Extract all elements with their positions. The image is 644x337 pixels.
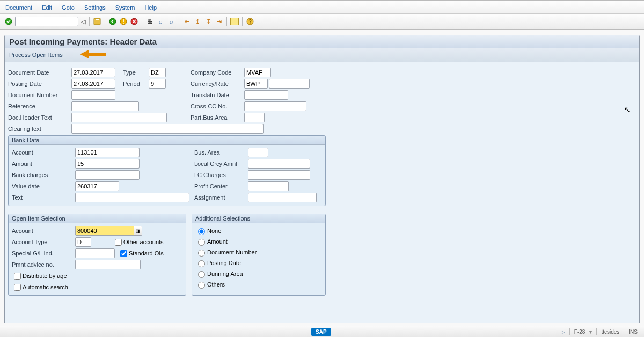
find-icon[interactable]: ⌕	[156, 17, 165, 26]
tcode-text: F-28	[574, 329, 586, 335]
enter-icon[interactable]	[4, 17, 13, 26]
additional-selections-title: Additional Selections	[192, 214, 325, 223]
menu-edit[interactable]: Edit	[42, 4, 52, 11]
bank-account-input[interactable]	[75, 148, 140, 157]
other-accounts-checkbox[interactable]	[115, 239, 122, 246]
open-item-selection-group: Open Item Selection Account ◨ Account Ty…	[8, 214, 186, 296]
radio-posting-date[interactable]	[198, 260, 205, 267]
dropdown-icon[interactable]: ◁	[80, 17, 86, 26]
annotation-arrow	[80, 49, 107, 61]
translation-date-label: Translatn Date	[191, 92, 244, 98]
type-input[interactable]	[149, 68, 166, 77]
assignment-input[interactable]	[248, 193, 317, 202]
cross-cc-label: Cross-CC No.	[191, 103, 244, 109]
radio-docnum[interactable]	[198, 250, 205, 257]
radio-others-label: Others	[207, 281, 225, 288]
translation-date-input[interactable]	[244, 90, 288, 100]
lc-charges-input[interactable]	[248, 170, 310, 180]
menu-document[interactable]: Document	[5, 4, 32, 11]
radio-none-label: None	[207, 228, 221, 234]
search-help-icon[interactable]: ◨	[134, 226, 142, 236]
oi-account-input[interactable]	[75, 226, 134, 236]
document-date-input[interactable]	[71, 68, 115, 77]
last-page-icon[interactable]: ⇥	[215, 17, 223, 26]
rate-input[interactable]	[269, 79, 310, 89]
distribute-by-age-checkbox[interactable]	[14, 273, 21, 280]
radio-amount[interactable]	[198, 239, 205, 246]
cross-cc-input[interactable]	[244, 101, 306, 111]
menu-goto[interactable]: Goto	[62, 4, 75, 11]
print-icon[interactable]: 🖶	[145, 17, 154, 26]
doc-header-text-label: Doc.Header Text	[8, 114, 71, 121]
next-page-icon[interactable]: ↧	[204, 17, 213, 26]
process-open-items-link[interactable]: Process Open Items	[9, 52, 63, 58]
new-session-icon[interactable]	[230, 18, 239, 25]
special-gl-input[interactable]	[75, 248, 115, 258]
menu-bar: Document Edit Goto Settings System Help	[0, 0, 644, 14]
period-input[interactable]	[149, 79, 166, 89]
radio-none[interactable]	[198, 228, 205, 235]
document-date-label: Document Date	[8, 69, 71, 76]
company-code-input[interactable]	[244, 68, 271, 77]
bank-account-label: Account	[12, 149, 75, 156]
amount-label: Amount	[12, 160, 75, 167]
additional-selections-group: Additional Selections None Amount Docume…	[192, 214, 326, 296]
posting-date-input[interactable]	[71, 79, 115, 89]
profit-center-input[interactable]	[248, 181, 289, 191]
nav-indicator-icon: ▷	[561, 329, 565, 335]
bus-area-input[interactable]	[248, 148, 268, 157]
document-number-label: Document Number	[8, 92, 71, 98]
find-next-icon[interactable]: ⌕	[167, 17, 175, 26]
insert-mode-text: INS	[628, 329, 638, 335]
local-crcy-input[interactable]	[248, 159, 310, 169]
form-content: Document Date Type Company Code Posting …	[5, 62, 639, 301]
command-field[interactable]	[15, 17, 78, 26]
part-bus-area-input[interactable]	[244, 113, 265, 122]
menu-system[interactable]: System	[115, 4, 135, 11]
standard-ois-checkbox[interactable]	[120, 250, 127, 257]
clearing-text-input[interactable]	[71, 124, 264, 134]
document-number-input[interactable]	[71, 90, 115, 100]
automatic-search-checkbox[interactable]	[14, 284, 21, 291]
radio-posting-date-label: Posting Date	[207, 260, 241, 266]
part-bus-area-label: Part.Bus.Area	[191, 114, 244, 121]
automatic-search-label: Automatic search	[23, 284, 68, 290]
bank-charges-label: Bank charges	[12, 172, 75, 178]
sap-logo: SAP	[311, 328, 331, 336]
bank-text-label: Text	[12, 194, 75, 201]
reference-input[interactable]	[71, 101, 139, 111]
menu-settings[interactable]: Settings	[84, 4, 106, 11]
other-accounts-label: Other accounts	[123, 239, 164, 245]
pmnt-advice-input[interactable]	[75, 260, 141, 269]
bank-data-title: Bank Data	[9, 136, 325, 145]
bank-data-group: Bank Data Account Bus. Area Amount	[8, 135, 326, 206]
svg-point-3	[109, 18, 116, 25]
prev-page-icon[interactable]: ↥	[193, 17, 202, 26]
exit-icon[interactable]	[119, 17, 128, 26]
save-icon[interactable]	[93, 17, 101, 26]
account-type-input[interactable]	[75, 237, 91, 247]
doc-header-text-input[interactable]	[71, 113, 167, 122]
help-icon[interactable]: ?	[246, 17, 254, 26]
standard-ois-label: Standard OIs	[129, 250, 164, 257]
distribute-by-age-label: Distribute by age	[23, 273, 67, 279]
lc-charges-label: LC Charges	[194, 172, 248, 178]
company-code-label: Company Code	[191, 69, 244, 76]
bank-text-input[interactable]	[75, 193, 189, 202]
amount-input[interactable]	[75, 159, 140, 169]
local-crcy-label: Local Crcy Amnt	[194, 160, 248, 167]
back-icon[interactable]	[108, 17, 117, 26]
account-type-label: Account Type	[12, 239, 75, 245]
assignment-label: Assignment	[194, 194, 248, 201]
first-page-icon[interactable]: ⇤	[182, 17, 191, 26]
radio-others[interactable]	[198, 282, 205, 289]
currency-input[interactable]	[244, 79, 268, 89]
reference-label: Reference	[8, 103, 71, 109]
bank-charges-input[interactable]	[75, 170, 140, 180]
oi-account-label: Account	[12, 228, 75, 234]
cancel-icon[interactable]	[130, 17, 138, 26]
period-label: Period	[123, 80, 149, 87]
menu-help[interactable]: Help	[144, 4, 157, 11]
radio-dunning-area[interactable]	[198, 271, 205, 278]
value-date-input[interactable]	[75, 181, 119, 191]
